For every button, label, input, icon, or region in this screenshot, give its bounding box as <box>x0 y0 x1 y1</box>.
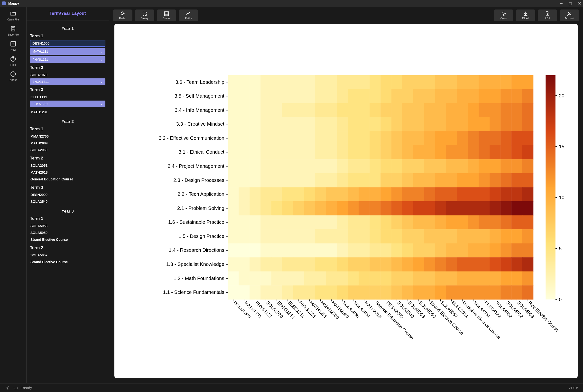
course-item[interactable]: SOLA5057 <box>30 252 105 258</box>
svg-rect-195 <box>359 159 370 173</box>
svg-rect-286 <box>435 201 446 216</box>
course-item[interactable]: SOLA5053 <box>30 222 105 229</box>
svg-rect-88 <box>413 103 424 117</box>
svg-rect-166 <box>348 145 359 160</box>
course-item[interactable]: PHYS1121⌄ <box>30 56 105 63</box>
svg-rect-427 <box>446 272 457 286</box>
gamepad-icon[interactable] <box>13 386 18 390</box>
svg-rect-24 <box>326 75 337 89</box>
pdf-button[interactable]: PDF <box>538 10 557 21</box>
svg-rect-420 <box>370 272 381 286</box>
svg-rect-433 <box>512 272 522 286</box>
course-item[interactable]: Strand Elective Course <box>30 236 105 243</box>
svg-rect-211 <box>228 173 239 188</box>
course-item[interactable]: DESN2000 <box>30 191 105 198</box>
svg-rect-440 <box>282 285 293 300</box>
svg-point-11 <box>503 13 503 14</box>
svg-rect-280 <box>370 201 381 216</box>
course-item[interactable]: PHYS1221⌄ <box>30 100 105 107</box>
svg-rect-68 <box>501 89 512 103</box>
svg-rect-193 <box>337 159 348 173</box>
svg-rect-563 <box>14 387 17 389</box>
course-item[interactable]: MATH2089 <box>30 140 105 146</box>
dlall-button[interactable]: DL All <box>516 10 535 21</box>
radar-icon <box>120 11 125 16</box>
radar-button[interactable]: Radar <box>113 10 132 21</box>
window-close[interactable]: ✕ <box>578 1 581 6</box>
svg-text:3.4 - Info Management: 3.4 - Info Management <box>175 107 224 113</box>
course-item[interactable]: Strand Elective Course <box>30 258 105 266</box>
svg-rect-322 <box>522 215 533 229</box>
svg-rect-25 <box>337 75 348 89</box>
course-item[interactable]: General Education Course <box>30 176 105 182</box>
svg-rect-218 <box>304 173 315 188</box>
svg-rect-5 <box>143 12 144 14</box>
svg-rect-43 <box>228 89 239 103</box>
about-button[interactable]: About <box>10 70 17 81</box>
svg-text:0: 0 <box>559 297 562 302</box>
course-item[interactable]: MATH1131⌄ <box>30 48 105 55</box>
gear-icon[interactable] <box>5 386 10 390</box>
cumul-button[interactable]: Cumul <box>157 10 176 21</box>
svg-rect-312 <box>413 215 424 229</box>
svg-rect-44 <box>239 89 249 103</box>
window-maximize[interactable]: ▢ <box>569 1 572 6</box>
svg-rect-412 <box>282 272 293 286</box>
paths-button[interactable]: Paths <box>179 10 198 21</box>
svg-rect-93 <box>468 103 479 117</box>
svg-rect-407 <box>228 272 239 286</box>
account-button[interactable]: Account <box>560 10 579 21</box>
sidebar-scroll[interactable]: Year 1Term 1DESN1000MATH1131⌄PHYS1121⌄Te… <box>26 20 109 383</box>
course-item[interactable]: SOLA1070 <box>30 72 105 78</box>
svg-rect-229 <box>424 173 435 188</box>
new-button[interactable]: New <box>10 40 16 51</box>
course-item[interactable]: MMAN2700 <box>30 133 105 140</box>
svg-rect-65 <box>468 89 479 103</box>
svg-text:2.4 - Project Management: 2.4 - Project Management <box>168 163 224 169</box>
svg-rect-441 <box>293 285 304 300</box>
svg-rect-346 <box>479 229 490 244</box>
color-button[interactable]: Color <box>494 10 513 21</box>
svg-rect-460 <box>501 285 512 300</box>
course-item[interactable]: DESN1000 <box>30 40 105 47</box>
open-file-button[interactable]: Open File <box>7 10 19 21</box>
binary-button[interactable]: Binary <box>135 10 154 21</box>
svg-rect-223 <box>359 173 370 188</box>
svg-rect-77 <box>293 103 304 117</box>
svg-rect-139 <box>359 131 370 145</box>
course-item[interactable]: SOLA5050 <box>30 229 105 236</box>
svg-rect-281 <box>381 201 391 216</box>
course-item[interactable]: ELEC1111 <box>30 94 105 100</box>
svg-rect-99 <box>228 117 239 131</box>
svg-rect-103 <box>271 117 282 131</box>
course-item[interactable]: MATH1231 <box>30 108 105 116</box>
svg-rect-145 <box>424 131 435 145</box>
help-icon <box>10 56 16 62</box>
svg-rect-34 <box>435 75 446 89</box>
svg-rect-154 <box>522 131 533 145</box>
svg-rect-66 <box>479 89 490 103</box>
course-item[interactable]: MATH2018 <box>30 169 105 176</box>
svg-rect-160 <box>282 145 293 160</box>
svg-rect-239 <box>228 187 239 201</box>
svg-rect-356 <box>282 244 293 258</box>
help-button[interactable]: Help <box>10 56 16 66</box>
svg-rect-323 <box>228 229 239 244</box>
svg-rect-236 <box>501 173 512 188</box>
svg-rect-413 <box>293 272 304 286</box>
save-file-button[interactable]: Save File <box>7 25 19 36</box>
course-item[interactable]: SOLA2540 <box>30 198 105 205</box>
svg-rect-21 <box>293 75 304 89</box>
svg-rect-56 <box>370 89 381 103</box>
svg-rect-208 <box>501 159 512 173</box>
svg-rect-293 <box>512 201 522 216</box>
svg-rect-72 <box>239 103 249 117</box>
window-minimize[interactable]: – <box>560 1 563 6</box>
course-item[interactable]: ENGG1811⌄ <box>30 78 105 85</box>
course-item[interactable]: SOLA2051 <box>30 162 105 169</box>
course-item[interactable]: SOLA2060 <box>30 146 105 154</box>
svg-rect-405 <box>512 257 522 272</box>
svg-rect-151 <box>490 131 501 145</box>
svg-rect-114 <box>391 117 402 131</box>
svg-rect-404 <box>501 257 512 272</box>
